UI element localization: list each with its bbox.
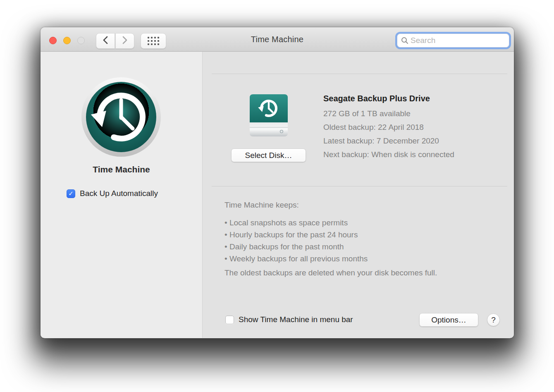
search-icon bbox=[401, 36, 409, 45]
keeps-list: • Local snapshots as space permits • Hou… bbox=[224, 217, 368, 265]
disk-next-backup: Next backup: When disk is connected bbox=[323, 148, 454, 161]
backup-disk-icon bbox=[249, 93, 289, 137]
keeps-heading: Time Machine keeps: bbox=[224, 201, 299, 210]
keeps-item-hourly: • Hourly backups for the past 24 hours bbox=[224, 229, 368, 241]
content-area: Time Machine ✓ Back Up Automatically bbox=[41, 52, 514, 338]
keeps-footnote: The oldest backups are deleted when your… bbox=[224, 268, 437, 277]
sidebar: Time Machine ✓ Back Up Automatically bbox=[41, 52, 203, 338]
disk-name: Seagate Backup Plus Drive bbox=[323, 93, 454, 104]
help-button[interactable]: ? bbox=[487, 313, 500, 326]
app-title-label: Time Machine bbox=[41, 165, 202, 174]
title-bar: Time Machine bbox=[41, 27, 514, 52]
select-disk-button[interactable]: Select Disk… bbox=[231, 148, 306, 162]
time-machine-app-icon bbox=[81, 77, 161, 157]
show-in-menubar-checkbox[interactable] bbox=[225, 316, 234, 324]
separator-top bbox=[212, 74, 507, 74]
disk-info-block: Seagate Backup Plus Drive 272 GB of 1 TB… bbox=[323, 93, 454, 161]
disk-latest-backup: Latest backup: 7 December 2020 bbox=[323, 134, 454, 148]
backup-automatically-label: Back Up Automatically bbox=[80, 189, 158, 198]
backup-automatically-checkbox-row[interactable]: ✓ Back Up Automatically bbox=[67, 189, 158, 198]
show-in-menubar-checkbox-row[interactable]: Show Time Machine in menu bar bbox=[225, 315, 353, 324]
backup-automatically-checkbox[interactable]: ✓ bbox=[67, 189, 75, 198]
disk-oldest-backup: Oldest backup: 22 April 2018 bbox=[323, 120, 454, 134]
keeps-item-daily: • Daily backups for the past month bbox=[224, 241, 368, 253]
separator-middle bbox=[212, 186, 507, 186]
options-button[interactable]: Options… bbox=[419, 313, 478, 327]
show-in-menubar-label: Show Time Machine in menu bar bbox=[239, 315, 353, 324]
search-field[interactable] bbox=[397, 33, 509, 48]
time-machine-preferences-window: Time Machine bbox=[41, 27, 514, 338]
keeps-item-local: • Local snapshots as space permits bbox=[224, 217, 368, 229]
search-input[interactable] bbox=[411, 36, 512, 45]
keeps-item-weekly: • Weekly backups for all previous months bbox=[224, 253, 368, 265]
disk-available: 272 GB of 1 TB available bbox=[323, 107, 454, 120]
main-pane: Select Disk… Seagate Backup Plus Drive 2… bbox=[203, 52, 514, 338]
